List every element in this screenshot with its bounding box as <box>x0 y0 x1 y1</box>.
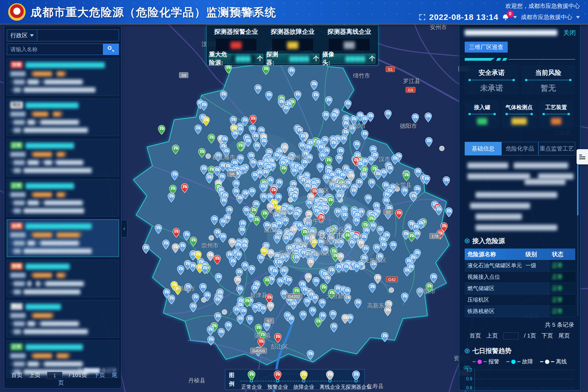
detail-scrollbar-thumb[interactable] <box>577 161 578 215</box>
map-legend-label: 离线企业 <box>320 384 340 391</box>
region-filter-dropdown[interactable]: 行政区 <box>7 29 37 41</box>
hazard-page-prev[interactable]: 上页 <box>486 332 498 339</box>
chart-ytick: 1.2 <box>466 367 472 372</box>
map-legend-label: 预警企业 <box>267 384 288 391</box>
sidebar-page-last[interactable]: 尾页 <box>58 372 118 386</box>
system-nav-button[interactable]: 系统导航 <box>223 9 255 17</box>
enterprise-type-line: ▇▇▇▇: 【▇▇▇▇▇・▇▇】 <box>10 191 115 198</box>
detail-tab-1[interactable]: 危险化学品 <box>501 142 538 155</box>
legend-node <box>276 379 279 382</box>
header-toolbar: 2022-08-18 13:14 0 成都市应急救援中心 <box>419 13 580 22</box>
enterprise-name: ▇▇▇▇▇▇▇▇▇▇ <box>26 263 70 269</box>
detector-stats-panel: 探测器报警企业▇▇探测器故障企业▇▇探测器离线企业▇▇ 重大危险源:▇▇▇个探测… <box>206 25 378 65</box>
hazard-page-input[interactable] <box>503 332 519 339</box>
enterprise-detail-panel: ▇▇▇▇▇▇▇▇▇▇▇▇▇▇▇▇▇▇▇▇▇▇▇▇▇ 关闭 三维厂区巡查 安全承诺… <box>459 24 580 390</box>
sidebar-page-prev[interactable]: 上页 <box>29 372 41 378</box>
enterprise-status-badge: 离线 <box>10 303 23 310</box>
notification-caret-icon[interactable] <box>513 16 517 19</box>
app-header: 成都市重大危险源（危险化学品）监测预警系统 系统导航 欢迎您，成都市应急救援中心… <box>0 0 588 24</box>
asset-stat-divider <box>468 114 496 114</box>
trend-section-header: 七日报警趋势 <box>465 347 512 355</box>
detail-scrollbar[interactable] <box>577 161 578 316</box>
enterprise-item-head: 离线▇▇▇▇▇▇▇▇ <box>10 303 115 310</box>
hazard-name-cell: 铁路栈桥区 <box>465 308 525 315</box>
sidebar-page-next[interactable]: 下页 <box>94 372 105 378</box>
detector-stat-label: 探测器离线企业 <box>322 27 376 36</box>
hazard-name-cell: 视频接入点位 <box>465 273 525 281</box>
resource-counter-label: 探测器: <box>266 50 286 67</box>
sidebar-collapse-button[interactable]: ‹ <box>121 220 127 237</box>
hazard-table-body: 液化石油气储罐区单元一级正常视频接入点位正常燃气储罐区正常压缩机区正常铁路栈桥区… <box>465 260 575 317</box>
detail-tab-0[interactable]: 基础信息 <box>465 142 501 155</box>
info-field-redacted <box>470 203 530 209</box>
legend-line <box>473 361 476 362</box>
enterprise-list-item[interactable]: 离线▇▇▇▇▇▇▇▇▇▇▇▇: 【▇▇▇▇▇】▪ ▇▇▇: ▇▇ (1▇▇▇▇▇… <box>7 300 119 338</box>
fullscreen-icon[interactable] <box>419 14 425 20</box>
hazard-table-row[interactable]: 压缩机区正常 <box>465 294 575 306</box>
hazard-table-row[interactable]: 视频接入点位正常 <box>465 271 575 283</box>
search-input[interactable] <box>7 44 103 55</box>
enterprise-list-item[interactable]: 预警▇▇▇▇▇▇▇▇▇▇▇▇▇▇▇▇▇▇▇▇▇▇: 【▇▇▇▇▇・▇▇】▪ ▇▇… <box>7 58 119 96</box>
panel-side-toggle-button[interactable] <box>577 149 588 164</box>
map-legend-dashline <box>240 381 360 381</box>
plant-3d-patrol-button[interactable]: 三维厂区巡查 <box>465 42 508 53</box>
enterprise-list-item[interactable]: 离线▇▇▇▇▇▇▇▇▇▇▇▇▇▇▇▇: 【▇▇▇▇・▇▇】▪ ▇▇▇: ▇▇ (… <box>7 99 119 136</box>
enterprise-status-badge: 预警 <box>10 61 23 68</box>
enterprise-address-line: ▪ ▇▇: ▇▇▇▇▇▇▇▇▇▇▇▇▇▇▇▇▇▇ <box>10 167 115 173</box>
safety-commitment-box: 安全承诺 未承诺 <box>465 65 519 94</box>
sidebar-page-first[interactable]: 首页 <box>11 372 23 378</box>
map-cluster-marker[interactable] <box>209 235 214 240</box>
search-button[interactable] <box>103 44 119 55</box>
enterprise-contact-line: ▪ ▇▇▇: ▇▇ (1▇▇▇▇▇▇▇▇▇▇) <box>10 240 115 246</box>
detector-stat-value: ▇▇ <box>272 39 313 51</box>
hazard-page-first[interactable]: 首页 <box>470 332 481 339</box>
info-field-redacted <box>476 214 522 220</box>
legend-item-离线: 离线 <box>540 358 567 365</box>
hazard-table-row[interactable]: 液化石油气储罐区单元一级正常 <box>465 260 575 271</box>
enterprise-address-line: ▪ ▇▇: ▇▇▇▇▇▇▇▇▇▇▇▇▇▇▇▇▇▇ <box>10 248 115 254</box>
sidebar-page-input[interactable]: 1 <box>47 372 62 379</box>
map-cluster-marker[interactable] <box>439 146 444 151</box>
col-status: 状态 <box>550 249 575 260</box>
detector-stat-value: ▇▇ <box>329 39 370 51</box>
region-filter-value[interactable] <box>37 29 119 41</box>
resource-counter-unit: 个 <box>257 54 263 63</box>
enterprise-status-badge: 故障 <box>10 222 23 229</box>
detector-stat-label: 探测器故障企业 <box>265 27 320 36</box>
map-cluster-marker[interactable] <box>222 310 227 314</box>
enterprise-name: ▇▇▇▇▇▇▇▇▇▇▇▇▇ <box>26 344 83 350</box>
close-panel-button[interactable]: 关闭 <box>563 29 576 37</box>
user-menu-caret-icon[interactable] <box>576 16 580 19</box>
enterprise-list-item[interactable]: 正常▇▇▇▇▇▇▇▇▇▇▇▇▇▇▇: 【▇▇▇▇▇・▇▇】▪ ▇▇▇: ▇▇▇ … <box>7 139 119 176</box>
info-field-redacted <box>476 225 557 231</box>
sidebar-page-total: / 101页 <box>69 372 87 378</box>
legend-dot <box>545 360 549 364</box>
map-legend-label: 故障企业 <box>293 384 314 391</box>
enterprise-name: ▇▇▇▇▇▇▇▇▇▇▇ <box>26 182 74 189</box>
notification-bell-icon[interactable]: 0 <box>502 14 509 21</box>
enterprise-list-item[interactable]: 正常▇▇▇▇▇▇▇▇▇▇▇▇▇▇▇: 【▇▇▇▇▇・▇▇】▪ ▇▇▇: ▇▇▇ … <box>7 179 119 217</box>
search-row <box>7 44 119 55</box>
hazard-page-next[interactable]: 下页 <box>541 332 553 339</box>
enterprise-contact-line: ▪ ▇▇▇: ▇▇▇ (1▇▇▇▇▇▇▇▇▇▇) <box>10 79 115 85</box>
app-logo <box>8 3 26 21</box>
section-bullet-icon <box>465 348 470 353</box>
enterprise-status-badge: 预警 <box>10 263 23 270</box>
hazard-status-cell: 正常 <box>550 294 575 305</box>
map-cluster-marker[interactable] <box>389 288 394 293</box>
enterprise-item-head: 预警▇▇▇▇▇▇▇▇▇▇▇▇▇▇▇▇▇▇ <box>10 61 115 68</box>
asset-stat-value: ▇▇ <box>539 117 574 125</box>
map-cluster-marker[interactable] <box>206 154 211 159</box>
enterprise-list-item[interactable]: 预警▇▇▇▇▇▇▇▇▇▇▇▇▇▇: 【▇▇▇▇▇・▇▇】▪ ▇▇▇: ▇・▇ (… <box>7 260 119 297</box>
hazard-table-row[interactable]: 铁路栈桥区正常 <box>465 306 575 317</box>
hazard-page-last[interactable]: 尾页 <box>558 332 570 339</box>
enterprise-contact-line: ▪ ▇▇▇: ▇▇▇ (0▇▇-8▇▇▇▇▇▇▇) <box>10 159 115 165</box>
enterprise-contact-line: ▪ ▇▇▇: ▇▇▇ (1▇▇▇▇▇▇▇▇▇▇) <box>10 361 115 367</box>
region-filter-label: 行政区 <box>11 32 28 39</box>
enterprise-list-item[interactable]: 故障▇▇▇▇▇▇▇▇▇▇▇▇▇▇▇▇▇▇▇: 【▇▇▇▇▇・▇▇▇▇▇▇】▪ ▇… <box>7 219 119 257</box>
asset-stat-title: 工艺装置 <box>539 104 574 111</box>
hazard-table-row[interactable]: 燃气储罐区正常 <box>465 283 575 294</box>
current-risk-value: 暂无 <box>521 83 575 93</box>
legend-dot <box>477 360 482 364</box>
detail-tab-2[interactable]: 重点监管工艺 <box>538 142 575 155</box>
